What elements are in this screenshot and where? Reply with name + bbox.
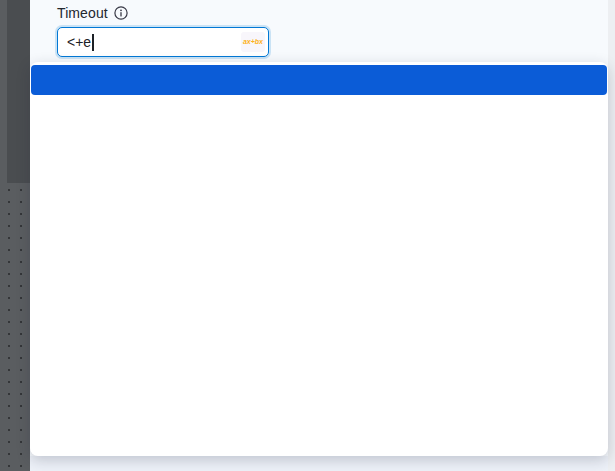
info-icon[interactable] bbox=[114, 6, 128, 20]
timeout-input[interactable]: <+e ax+bx bbox=[57, 27, 269, 57]
timeout-field-label-row: Timeout bbox=[57, 5, 128, 21]
autocomplete-item[interactable]: execution.steps.canaryDepoyment.steps.Si… bbox=[31, 275, 607, 305]
autocomplete-item[interactable]: execution.steps.canaryDepoyment.steps.Si… bbox=[31, 155, 607, 185]
autocomplete-item[interactable]: execution.steps.canaryDepoyment.steps.Si… bbox=[31, 95, 607, 125]
autocomplete-item[interactable]: execution.steps.canaryDepoyment.steps.Si… bbox=[31, 185, 607, 215]
autocomplete-item[interactable]: execution.steps.canaryDepoyment.steps.ca… bbox=[31, 305, 607, 335]
autocomplete-item[interactable]: execution.steps.canaryDepoyment.steps.Si… bbox=[31, 125, 607, 155]
expression-autocomplete-dropdown: execution.steps.canaryDepoyment.steps.Si… bbox=[30, 62, 608, 456]
canvas-dot-grid bbox=[0, 0, 30, 471]
autocomplete-item[interactable]: execution.steps.canaryDepoyment.steps.Si… bbox=[31, 245, 607, 275]
canvas-dark-panel bbox=[7, 0, 30, 183]
page-background-bottom bbox=[30, 456, 608, 471]
autocomplete-item[interactable]: execution.steps.canaryDepoyment.steps.ca… bbox=[31, 365, 607, 395]
timeout-input-value: <+e bbox=[67, 34, 91, 50]
expression-type-button[interactable]: ax+bx bbox=[241, 32, 265, 52]
page-background-right bbox=[608, 0, 615, 471]
autocomplete-item[interactable]: e ...ps.canaryDepoyment.steps.canaryDepl… bbox=[31, 395, 607, 425]
autocomplete-item[interactable]: execution.steps.canaryDepoyment.steps.Si… bbox=[31, 215, 607, 245]
autocomplete-item[interactable]: execution.steps.canaryDepoyment.steps.ca… bbox=[31, 335, 607, 365]
autocomplete-item[interactable]: execution.steps.canaryDepoyment.steps.Si… bbox=[31, 65, 607, 95]
autocomplete-item[interactable]: execution.steps.canaryDepoyment.steps.ca… bbox=[31, 425, 607, 455]
text-caret bbox=[92, 34, 94, 51]
timeout-label: Timeout bbox=[57, 5, 108, 21]
expression-type-label: ax+bx bbox=[243, 38, 263, 45]
pipeline-step-config-screen: Timeout <+e ax+bx execution.steps.canary… bbox=[0, 0, 615, 471]
